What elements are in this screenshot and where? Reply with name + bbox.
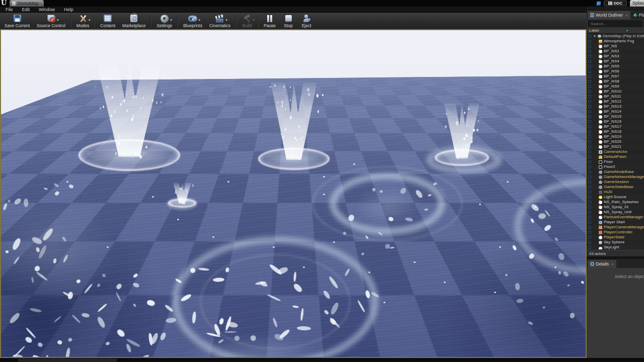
table-row-bp-ns12[interactable]: BP_NS12	[587, 99, 644, 104]
menu-edit[interactable]: Edit	[18, 7, 34, 13]
table-row-bp-ns16[interactable]: BP_NS16	[587, 119, 644, 124]
visibility-eye-icon[interactable]	[588, 175, 592, 179]
visibility-eye-icon[interactable]	[588, 165, 592, 169]
visibility-eye-icon[interactable]	[588, 125, 592, 129]
visibility-eye-icon[interactable]	[588, 84, 592, 88]
table-row-bp-ns19[interactable]: BP_NS19	[587, 134, 644, 139]
table-row-bp-ns4[interactable]: BP_NS4	[587, 59, 644, 64]
chevron-down-icon[interactable]: ▾	[225, 18, 227, 22]
visibility-eye-icon[interactable]	[588, 74, 592, 78]
visibility-eye-icon[interactable]	[588, 200, 592, 204]
table-row-bp-ns9[interactable]: BP_NS9	[587, 84, 644, 89]
table-row-bp-ns11[interactable]: BP_NS11	[587, 94, 644, 99]
visibility-eye-icon[interactable]	[588, 240, 592, 244]
visibility-eye-icon[interactable]	[588, 79, 592, 83]
table-row-player-start[interactable]: Player Start	[587, 220, 644, 225]
table-row-playerstate[interactable]: PlayerState	[587, 235, 644, 240]
visibility-eye-icon[interactable]	[588, 140, 592, 144]
visibility-eye-icon[interactable]	[588, 130, 592, 134]
table-row-bp-ns2[interactable]: BP_NS2	[587, 49, 644, 54]
level-viewport[interactable]	[0, 29, 587, 358]
visibility-eye-icon[interactable]	[588, 185, 592, 189]
eject-button[interactable]: Eject	[297, 13, 315, 29]
marketplace-button[interactable]: Marketplace	[119, 13, 149, 29]
table-row-bp-ns20[interactable]: BP_NS20	[587, 139, 644, 144]
visibility-eye-icon[interactable]	[588, 190, 592, 194]
visibility-eye-icon[interactable]	[588, 100, 592, 104]
source-control-button[interactable]: ▾Source Control	[33, 13, 69, 29]
table-row-floor2[interactable]: Floor2	[587, 164, 644, 169]
table-row-ns-rain-splashes[interactable]: NS_Rain_Splashes	[587, 200, 644, 205]
visibility-eye-icon[interactable]	[588, 39, 592, 43]
table-row-bp-ns10[interactable]: BP_NS10	[587, 89, 644, 94]
visibility-eye-icon[interactable]	[588, 135, 592, 139]
table-row-bp-ns13[interactable]: BP_NS13	[587, 104, 644, 109]
tab-world-outliner[interactable]: World Outliner	[588, 11, 630, 19]
ddc-button[interactable]: DDC	[604, 1, 627, 6]
visibility-eye-icon[interactable]	[588, 170, 592, 174]
table-row-skylight[interactable]: SkyLight	[587, 245, 644, 250]
outliner-column-header[interactable]: Label ▲	[587, 28, 644, 34]
visibility-eye-icon[interactable]	[588, 44, 592, 48]
table-row-bp-ns3[interactable]: BP_NS3	[587, 54, 644, 59]
visibility-eye-icon[interactable]	[588, 54, 592, 58]
visibility-eye-icon[interactable]	[588, 205, 592, 209]
table-row-bp-ns5[interactable]: BP_NS5	[587, 64, 644, 69]
table-row-bp-ns17[interactable]: BP_NS17	[587, 124, 644, 129]
menu-file[interactable]: File	[2, 7, 17, 13]
visibility-eye-icon[interactable]	[588, 115, 592, 119]
settings-button[interactable]: ▾Settings	[153, 13, 176, 29]
table-row-bp-ns15[interactable]: BP_NS15	[587, 114, 644, 119]
visibility-eye-icon[interactable]	[588, 120, 592, 124]
visibility-eye-icon[interactable]	[588, 59, 592, 63]
table-row-bp-ns[interactable]: BP_NS	[587, 44, 644, 49]
expander-icon[interactable]: ▼	[593, 34, 596, 39]
table-row-ns-spray-unit[interactable]: NS_Spray_Unit	[587, 210, 644, 215]
table-row-defaultpawn[interactable]: DefaultPawn	[587, 154, 644, 159]
table-row-bp-ns6[interactable]: BP_NS6	[587, 69, 644, 74]
menu-window[interactable]: Window	[35, 7, 59, 13]
visibility-eye-icon[interactable]	[588, 225, 592, 229]
table-row-gamemodebase[interactable]: GameModeBase	[587, 169, 644, 174]
table-row-bp-ns14[interactable]: BP_NS14	[587, 109, 644, 114]
tab-place-actors[interactable]: Pla	[631, 11, 644, 19]
chevron-down-icon[interactable]: ▾	[170, 18, 172, 22]
close-icon[interactable]	[611, 262, 614, 266]
table-row-sky-sphere[interactable]: Sky Sphere	[587, 240, 644, 245]
cinematics-button[interactable]: ▾Cinematics	[206, 13, 234, 29]
table-row-gamenetworkmanager[interactable]: GameNetworkManager	[587, 174, 644, 179]
table-row-light-source[interactable]: Light Source	[587, 195, 644, 200]
visibility-eye-icon[interactable]	[588, 180, 592, 184]
visibility-eye-icon[interactable]	[588, 89, 592, 94]
visibility-eye-icon[interactable]	[588, 64, 592, 68]
modes-button[interactable]: ▾Modes	[73, 13, 93, 29]
visibility-eye-icon[interactable]	[588, 235, 592, 239]
save-current-button[interactable]: Save Current	[1, 13, 33, 29]
chevron-down-icon[interactable]: ▾	[89, 18, 91, 22]
visibility-eye-icon[interactable]	[588, 145, 592, 149]
visibility-eye-icon[interactable]	[588, 245, 592, 249]
close-icon[interactable]	[625, 13, 628, 18]
table-row-bp-ns8[interactable]: BP_NS8	[587, 79, 644, 84]
visibility-eye-icon[interactable]	[588, 160, 592, 164]
stop-button[interactable]: Stop	[279, 13, 297, 29]
visibility-eye-icon[interactable]	[588, 69, 592, 73]
pause-button[interactable]: Pause	[260, 13, 279, 29]
visibility-eye-icon[interactable]	[588, 195, 592, 199]
table-row-bp-ns7[interactable]: BP_NS7	[587, 74, 644, 79]
visibility-eye-icon[interactable]	[588, 34, 592, 38]
visibility-eye-icon[interactable]	[588, 49, 592, 53]
project-tab-splashes[interactable]: Splashes	[630, 0, 644, 7]
table-row-floor[interactable]: Floor	[587, 159, 644, 164]
visibility-eye-icon[interactable]	[588, 210, 592, 214]
table-row-particleeventmanager[interactable]: ParticleEventManager	[587, 215, 644, 220]
table-row-gamesession[interactable]: GameSession	[587, 179, 644, 185]
visibility-eye-icon[interactable]	[588, 220, 592, 224]
table-row-bp-ns18[interactable]: BP_NS18	[587, 129, 644, 134]
table-row-hud[interactable]: HUD	[587, 190, 644, 195]
table-row-playercontroller[interactable]: PlayerController	[587, 230, 644, 235]
visibility-eye-icon[interactable]	[588, 95, 592, 99]
table-row-demomap-play-in-editor-[interactable]: ▼DemoMap (Play In Editor)	[587, 34, 644, 39]
tab-details[interactable]: Details	[588, 260, 616, 268]
visibility-eye-icon[interactable]	[588, 230, 592, 234]
